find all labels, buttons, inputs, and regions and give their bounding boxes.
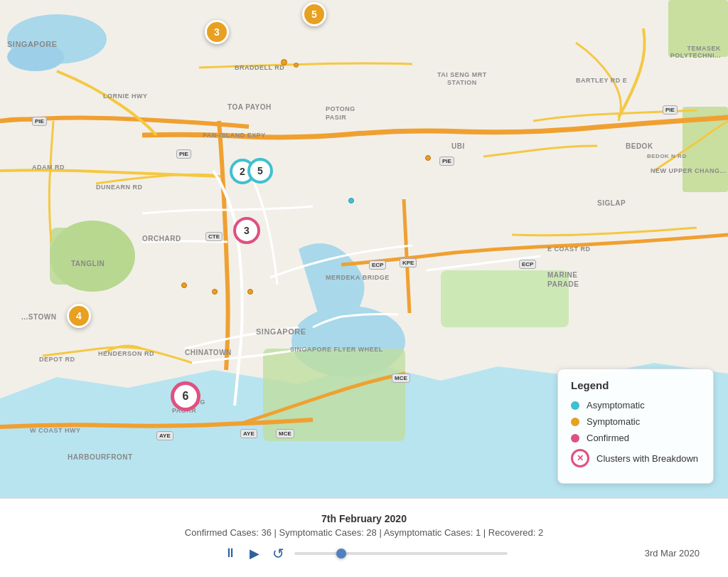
exp-ecp1: ECP bbox=[519, 260, 536, 269]
legend-label-asymptomatic: Asymptomatic bbox=[587, 400, 645, 411]
legend-item-asymptomatic: Asymptomatic bbox=[571, 400, 700, 411]
exp-kpe: KPE bbox=[400, 258, 417, 268]
area-label-lornie: Lornie Hwy bbox=[103, 92, 148, 100]
play-button[interactable]: ▶ bbox=[247, 544, 262, 563]
svg-rect-5 bbox=[50, 228, 121, 285]
pause-button[interactable]: ⏸ bbox=[221, 544, 240, 562]
area-label-tai-seng: TAI SENG MRTSTATION bbox=[437, 71, 487, 87]
bottom-controls: ⏸ ▶ ↺ 3rd Mar 2020 bbox=[14, 544, 714, 563]
svg-rect-7 bbox=[263, 349, 405, 441]
legend-dot-asymptomatic bbox=[571, 401, 579, 410]
legend-item-symptomatic: Symptomatic bbox=[571, 416, 700, 427]
exp-mce1: MCE bbox=[392, 374, 410, 383]
exp-pie1: PIE bbox=[32, 117, 47, 126]
area-label-chinatown: CHINATOWN bbox=[185, 349, 232, 356]
cluster-marker-5-top[interactable]: 5 bbox=[302, 2, 326, 26]
area-label-ecoast: E Coast Rd bbox=[547, 245, 591, 253]
area-label-stown: ...STOWN bbox=[21, 313, 56, 321]
exp-aye1: AYE bbox=[156, 431, 173, 440]
exp-cte: CTE bbox=[205, 232, 223, 241]
area-label-braddell: Braddell Rd bbox=[235, 64, 284, 71]
legend-label-clusters: Clusters with Breakdown bbox=[596, 453, 698, 464]
end-date-label: 3rd Mar 2020 bbox=[645, 548, 700, 559]
area-label-upper-changi: New Upper Chang... bbox=[651, 167, 727, 174]
area-label-tanglin: TANGLIN bbox=[71, 260, 105, 268]
area-label-singapore: Singapore bbox=[7, 40, 58, 48]
area-label-orchard: ORCHARD bbox=[142, 235, 181, 243]
area-label-dunearn: Dunearn Rd bbox=[96, 184, 143, 191]
area-label-panisland: Pan-Island Expy bbox=[203, 132, 266, 139]
exp-pie4: PIE bbox=[663, 105, 678, 115]
legend-item-clusters: ✕ Clusters with Breakdown bbox=[571, 449, 700, 467]
legend-title: Legend bbox=[571, 379, 700, 391]
case-dot-6 bbox=[281, 59, 287, 65]
area-label-depot: Depot Rd bbox=[39, 356, 75, 363]
area-label-harbourfront: HARBOURFRONT bbox=[68, 453, 133, 461]
case-dot-2 bbox=[212, 289, 218, 295]
timeline-slider-track bbox=[294, 552, 508, 555]
cluster-marker-6[interactable]: 6 bbox=[171, 381, 200, 411]
legend-label-confirmed: Confirmed bbox=[587, 433, 629, 443]
area-label-bartley: Bartley Rd E bbox=[576, 77, 627, 84]
legend-dot-symptomatic bbox=[571, 418, 579, 426]
refresh-button[interactable]: ↺ bbox=[269, 544, 287, 563]
current-date-label: 7th February 2020 bbox=[321, 513, 407, 524]
exp-pie2: PIE bbox=[176, 149, 191, 159]
legend-label-symptomatic: Symptomatic bbox=[587, 416, 640, 427]
cluster-group-5b[interactable]: 5 bbox=[247, 158, 273, 184]
timeline-slider-thumb[interactable] bbox=[336, 549, 346, 559]
area-label-merdeka: Merdeka Bridge bbox=[326, 274, 390, 281]
exp-pie3: PIE bbox=[439, 157, 454, 166]
legend-box: Legend Asymptomatic Symptomatic Confirme… bbox=[557, 369, 714, 484]
cluster-marker-3-mid[interactable]: 3 bbox=[233, 217, 260, 244]
cluster-number: 5 bbox=[311, 9, 317, 20]
legend-item-confirmed: Confirmed bbox=[571, 433, 700, 443]
map-container: Singapore TOA PAYOH POTONGPASIR UBI TAI … bbox=[0, 0, 728, 498]
area-label-bedok: BEDOK bbox=[626, 142, 653, 150]
area-label-bedok-n: Bedok N Rd bbox=[647, 153, 687, 159]
legend-dot-confirmed bbox=[571, 434, 579, 443]
area-label-singapore-city: Singapore bbox=[256, 327, 306, 336]
area-label-sg-flyer: Singapore Flyer Wheel bbox=[290, 346, 383, 353]
exp-aye2: AYE bbox=[240, 429, 257, 438]
bottom-bar: 7th February 2020 Confirmed Cases: 36 | … bbox=[0, 498, 728, 577]
area-label-toa-payoh: TOA PAYOH bbox=[228, 103, 272, 111]
case-dot-5 bbox=[348, 198, 354, 203]
case-dot-4 bbox=[181, 282, 187, 288]
case-dot-3 bbox=[247, 289, 253, 295]
area-label-marine-parade: MARINEPARADE bbox=[547, 270, 579, 289]
area-label-ubi: UBI bbox=[451, 142, 465, 150]
cluster-marker-3-top[interactable]: 3 bbox=[205, 20, 229, 44]
cluster-number: 4 bbox=[76, 310, 82, 322]
stats-label: Confirmed Cases: 36 | Symptomatic Cases:… bbox=[185, 527, 543, 538]
area-label-siglap: SIGLAP bbox=[597, 199, 626, 207]
area-label-wcoast: W Coast Hwy bbox=[30, 427, 81, 434]
exp-ecp2: ECP bbox=[369, 260, 386, 270]
cluster-marker-4[interactable]: 4 bbox=[67, 304, 91, 328]
area-label-potong-pasir: POTONGPASIR bbox=[326, 105, 355, 122]
area-label-temasek: Temasek Polytechni... bbox=[657, 45, 721, 59]
case-dot-1 bbox=[425, 155, 431, 161]
cluster-number: 3 bbox=[214, 26, 220, 38]
area-label-henderson: Henderson Rd bbox=[98, 350, 154, 357]
legend-cluster-icon: ✕ bbox=[571, 449, 589, 467]
area-label-adam: Adam Rd bbox=[32, 164, 65, 171]
case-dot-7 bbox=[294, 63, 299, 68]
exp-mce2: MCE bbox=[276, 429, 294, 438]
